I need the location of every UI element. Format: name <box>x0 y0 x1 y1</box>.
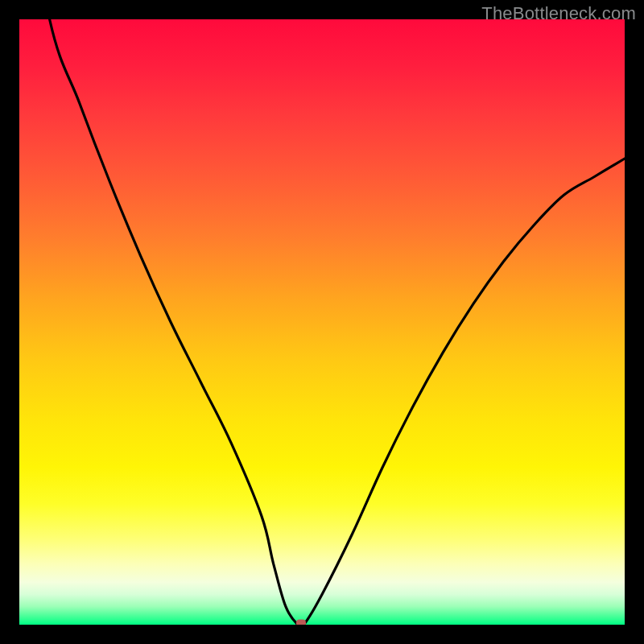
bottleneck-curve <box>19 19 625 625</box>
chart-frame: TheBottleneck.com <box>0 0 644 644</box>
watermark-text: TheBottleneck.com <box>481 3 636 24</box>
optimal-point-marker <box>296 620 306 625</box>
plot-area <box>19 19 625 625</box>
